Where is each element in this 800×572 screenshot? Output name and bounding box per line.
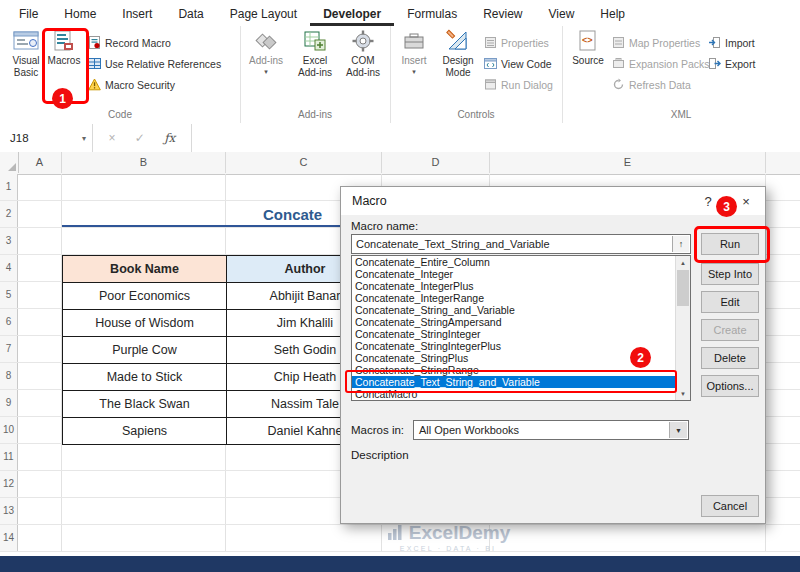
macro-name-input[interactable]: Concatenate_Text_String_and_Variable ↑: [351, 234, 691, 254]
excel-add-ins-label: Excel Add-ins: [292, 55, 338, 78]
macro-list-item[interactable]: Concatenate_String_and_Variable: [352, 304, 678, 316]
column-header-partial[interactable]: [766, 152, 800, 173]
macro-list-item[interactable]: Concatenate_IntegerRange: [352, 292, 678, 304]
column-header-c[interactable]: C: [226, 152, 382, 173]
view-code-icon: [484, 57, 497, 70]
macro-list-item[interactable]: Concatenate_StringIntegerPlus: [352, 340, 678, 352]
run-dialog-button: Run Dialog: [484, 74, 553, 95]
row-header-3[interactable]: 3: [0, 228, 18, 254]
list-scrollbar[interactable]: ▲ ▼: [675, 256, 690, 400]
cell-book[interactable]: Made to Stick: [63, 364, 227, 390]
tab-insert[interactable]: Insert: [109, 2, 165, 26]
row-header-8[interactable]: 8: [0, 363, 18, 389]
com-add-ins-button[interactable]: COM Add-ins: [340, 29, 386, 78]
worksheet-title: Concate: [263, 201, 322, 228]
column-header-e[interactable]: E: [490, 152, 766, 173]
macro-list-item[interactable]: Concatenate_Integer: [352, 268, 678, 280]
scrollbar-thumb[interactable]: [677, 270, 689, 306]
design-mode-button[interactable]: Design Mode: [436, 29, 480, 78]
row-header-10[interactable]: 10: [0, 417, 18, 443]
view-code-button[interactable]: View Code: [484, 53, 553, 74]
macros-in-combobox[interactable]: All Open Workbooks ▼: [413, 420, 689, 440]
cell-book[interactable]: The Black Swan: [63, 391, 227, 417]
row-header-11[interactable]: 11: [0, 444, 18, 470]
import-label: Import: [725, 37, 755, 49]
macro-list-item[interactable]: Concatenate_StringAmpersand: [352, 316, 678, 328]
ribbon-group-controls: Insert ▾ Design Mode: [390, 26, 563, 123]
row-header-13[interactable]: 13: [0, 498, 18, 524]
column-header-d[interactable]: D: [382, 152, 490, 173]
record-macro-button[interactable]: Record Macro: [88, 32, 221, 53]
tab-view[interactable]: View: [536, 2, 588, 26]
cell-book[interactable]: House of Wisdom: [63, 310, 227, 336]
cell-book[interactable]: Purple Cow: [63, 337, 227, 363]
macro-list-item[interactable]: Concatenate_StringInteger: [352, 328, 678, 340]
excel-window: File Home Insert Data Page Layout Develo…: [0, 0, 800, 572]
insert-control-button[interactable]: Insert ▾: [394, 29, 434, 76]
row-header-9[interactable]: 9: [0, 390, 18, 416]
source-button[interactable]: <> Source: [568, 29, 608, 67]
collapse-up-icon[interactable]: ↑: [672, 236, 689, 252]
cell-book[interactable]: Sapiens: [63, 418, 227, 444]
row-header-7[interactable]: 7: [0, 336, 18, 362]
expansion-packs-label: Expansion Packs: [629, 58, 710, 70]
row-header-12[interactable]: 12: [0, 471, 18, 497]
step-into-button[interactable]: Step Into: [701, 263, 759, 285]
column-header-a[interactable]: A: [18, 152, 62, 173]
import-button[interactable]: Import: [708, 32, 755, 53]
annotation-step-1: 1: [52, 88, 73, 109]
table-row: Purple Cow Seth Godin: [63, 337, 383, 364]
name-box-dropdown-icon[interactable]: ▾: [82, 134, 86, 143]
macros-in-value: All Open Workbooks: [419, 424, 519, 436]
cancel-button[interactable]: Cancel: [701, 495, 759, 517]
com-add-ins-label: COM Add-ins: [340, 55, 386, 78]
tab-help[interactable]: Help: [587, 2, 638, 26]
tab-home[interactable]: Home: [51, 2, 109, 26]
tab-data[interactable]: Data: [165, 2, 216, 26]
visual-basic-button[interactable]: Visual Basic: [6, 29, 46, 78]
tab-page-layout[interactable]: Page Layout: [217, 2, 310, 26]
create-button: Create: [701, 319, 759, 341]
ribbon: Visual Basic Macros: [0, 26, 800, 125]
add-ins-dropdown-icon: ▾: [264, 68, 268, 76]
row-header-14[interactable]: 14: [0, 525, 18, 551]
insert-function-icon[interactable]: ƒx: [164, 131, 175, 145]
macro-list-item[interactable]: Concatenate_IntegerPlus: [352, 280, 678, 292]
column-header-b[interactable]: B: [62, 152, 226, 173]
visual-basic-icon: [13, 29, 39, 53]
macro-list-item[interactable]: Concatenate_Entire_Column: [352, 256, 678, 268]
name-box[interactable]: J18 ▾: [0, 124, 93, 152]
formula-input[interactable]: [192, 124, 800, 152]
tab-formulas[interactable]: Formulas: [394, 2, 470, 26]
tab-developer[interactable]: Developer: [310, 2, 394, 26]
excel-add-ins-button[interactable]: Excel Add-ins: [292, 29, 338, 78]
delete-button[interactable]: Delete: [701, 347, 759, 369]
annotation-box-run: [694, 226, 770, 263]
dialog-title-bar[interactable]: Macro ? ×: [341, 187, 765, 215]
select-all-corner[interactable]: [0, 152, 19, 173]
options-button[interactable]: Options...: [701, 375, 759, 397]
import-icon: [708, 36, 721, 49]
macro-security-button[interactable]: Macro Security: [88, 74, 221, 95]
row-header-6[interactable]: 6: [0, 309, 18, 335]
export-button[interactable]: Export: [708, 53, 755, 74]
tab-review[interactable]: Review: [470, 2, 535, 26]
row-header-5[interactable]: 5: [0, 282, 18, 308]
add-ins-button[interactable]: Add-ins ▾: [244, 29, 288, 76]
tab-file[interactable]: File: [6, 2, 51, 26]
properties-button: Properties: [484, 32, 553, 53]
table-header-book-name[interactable]: Book Name: [63, 256, 227, 282]
use-relative-references-button[interactable]: Use Relative References: [88, 53, 221, 74]
watermark-tagline: EXCEL · DATA · BI: [378, 545, 518, 552]
watermark: ExcelDemy EXCEL · DATA · BI: [378, 522, 518, 552]
cell-book[interactable]: Poor Economics: [63, 283, 227, 309]
edit-button[interactable]: Edit: [701, 291, 759, 313]
ribbon-group-addins: Add-ins ▾ Excel Add-ins: [240, 26, 391, 123]
row-header-4[interactable]: 4: [0, 255, 18, 281]
row-header-2[interactable]: 2: [0, 201, 18, 227]
insert-control-icon: [402, 29, 426, 53]
chevron-down-icon[interactable]: ▼: [669, 422, 687, 438]
scroll-up-icon[interactable]: ▲: [676, 256, 690, 269]
row-header-1[interactable]: 1: [0, 174, 18, 200]
scroll-down-icon[interactable]: ▼: [676, 387, 690, 400]
